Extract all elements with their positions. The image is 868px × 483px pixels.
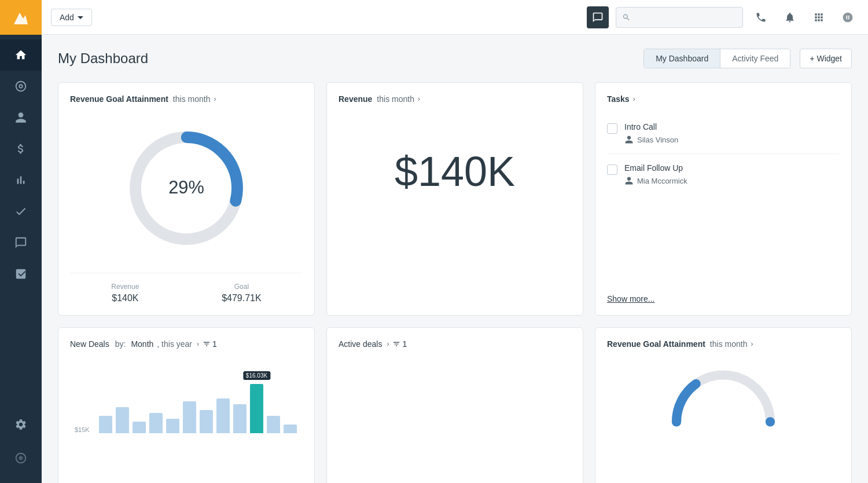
zendesk-logo-icon [842, 12, 854, 23]
topbar: Add [42, 0, 868, 35]
widget-active-deals: Active deals › 1 [326, 327, 583, 483]
stat-revenue-value: $140K [111, 293, 139, 303]
task-item-1: Intro Call Silas Vinson [607, 113, 840, 154]
sidebar-item-analytics[interactable] [0, 258, 42, 290]
bar-8 [216, 398, 230, 433]
widget-revenue-goal-title-bold: Revenue Goal Attainment [70, 94, 168, 104]
sidebar-item-target[interactable] [0, 71, 42, 102]
notification-button[interactable] [779, 6, 801, 28]
chat-icon [592, 12, 604, 23]
check-icon [14, 205, 27, 218]
task-person-2: Mia Mccormick [624, 176, 840, 185]
message-topbar-button[interactable] [587, 6, 609, 28]
widget-active-deals-title: Active deals › 1 [339, 339, 571, 349]
user-icon-1 [624, 135, 634, 144]
bell-icon [784, 12, 796, 23]
sidebar-item-deals[interactable] [0, 133, 42, 164]
bar-1 [99, 416, 112, 433]
bar-highlighted: $16.03K [250, 384, 263, 433]
chevron-icon: › [214, 95, 216, 103]
user-icon-2 [624, 176, 634, 185]
sidebar-item-home[interactable] [0, 39, 42, 71]
person-icon [14, 111, 27, 124]
analytics-icon [14, 268, 27, 280]
home-icon [14, 49, 27, 61]
donut-chart: 29% [70, 113, 303, 264]
search-input[interactable] [631, 13, 737, 22]
rga-bottom-title-muted: this month [710, 339, 748, 349]
apps-button[interactable] [808, 6, 830, 28]
widget-revenue-title: Revenue this month › [339, 94, 571, 104]
filter-icon-active-deals: 1 [392, 339, 407, 349]
gear-icon [14, 418, 27, 431]
bar-3 [133, 422, 146, 433]
sidebar-item-settings[interactable] [0, 409, 42, 440]
search-icon [622, 13, 631, 22]
stat-revenue-label: Revenue [111, 283, 139, 291]
new-deals-title-1: New Deals [70, 339, 109, 349]
tasks-list: Intro Call Silas Vinson Email Follow Up [607, 113, 840, 195]
widget-tasks: Tasks › Intro Call Silas Vinson [595, 82, 852, 316]
widget-revenue-goal: Revenue Goal Attainment this month › 29% [58, 82, 315, 316]
bar-chart: $16.03K [99, 375, 297, 433]
message-icon [14, 236, 27, 249]
sidebar-item-reports[interactable] [0, 164, 42, 196]
show-more-link[interactable]: Show more... [607, 294, 654, 303]
phone-button[interactable] [750, 6, 772, 28]
stat-goal-label: Goal [222, 283, 262, 291]
active-deals-title: Active deals [339, 339, 382, 349]
zendesk-button[interactable] [837, 6, 859, 28]
stat-revenue: Revenue $140K [111, 283, 139, 303]
bar-chart-icon [14, 174, 27, 186]
task-person-1: Silas Vinson [624, 135, 840, 144]
sidebar-item-tasks[interactable] [0, 196, 42, 227]
active-deals-content [339, 358, 571, 381]
search-box[interactable] [616, 7, 743, 28]
stat-goal-value: $479.71K [222, 293, 262, 303]
page-title: My Dashboard [58, 50, 643, 67]
add-button[interactable]: Add [51, 9, 92, 26]
tab-activity-feed[interactable]: Activity Feed [720, 49, 790, 68]
add-button-label: Add [60, 13, 74, 22]
new-deals-year: , this year [157, 339, 192, 349]
new-deals-month: Month [131, 339, 153, 349]
tasks-chevron-icon: › [633, 95, 635, 103]
logo-icon [12, 8, 30, 27]
widget-revenue-goal-title: Revenue Goal Attainment this month › [70, 94, 303, 104]
active-deals-chevron: › [387, 340, 389, 348]
widget-new-deals-title: New Deals by: Month , this year › 1 [70, 339, 303, 349]
revenue-value: $140K [339, 113, 571, 230]
rga-bottom-chevron: › [751, 340, 753, 348]
bar-2 [116, 407, 129, 433]
filter-svg-2 [392, 340, 400, 348]
task-content-2: Email Follow Up Mia Mccormick [624, 163, 840, 185]
task-name-1: Intro Call [624, 122, 840, 131]
donut-svg: 29% [123, 125, 250, 252]
sidebar-logo[interactable] [0, 0, 42, 35]
tab-my-dashboard[interactable]: My Dashboard [644, 49, 720, 68]
task-checkbox-2[interactable] [607, 164, 617, 175]
widget-revenue-goal-bottom-title: Revenue Goal Attainment this month › [607, 339, 840, 349]
dollar-icon [14, 142, 27, 155]
widget-new-deals: New Deals by: Month , this year › 1 $15K [58, 327, 315, 483]
bar-6 [183, 401, 196, 433]
widget-tasks-title: Tasks › [607, 94, 840, 104]
bar-value-label: $16.03K [243, 371, 270, 380]
widget-stats: Revenue $140K Goal $479.71K [70, 273, 303, 303]
add-widget-button[interactable]: + Widget [800, 49, 852, 68]
widget-revenue-goal-title-muted: this month [173, 94, 211, 104]
y-label: $15K [75, 426, 90, 433]
revenue-chevron-icon: › [418, 95, 420, 103]
bar-4 [149, 413, 163, 433]
task-checkbox-1[interactable] [607, 123, 617, 134]
page-header: My Dashboard My Dashboard Activity Feed … [58, 49, 852, 68]
new-deals-by: by: [115, 339, 126, 349]
sidebar-item-contacts[interactable] [0, 102, 42, 133]
widget-revenue-goal-bottom: Revenue Goal Attainment this month › [595, 327, 852, 483]
widget-revenue: Revenue this month › $140K [326, 82, 583, 316]
sidebar [0, 0, 42, 483]
sidebar-item-zendesk[interactable] [0, 442, 42, 474]
sidebar-item-messages[interactable] [0, 227, 42, 258]
phone-icon [755, 12, 767, 23]
tab-group: My Dashboard Activity Feed [643, 49, 790, 68]
